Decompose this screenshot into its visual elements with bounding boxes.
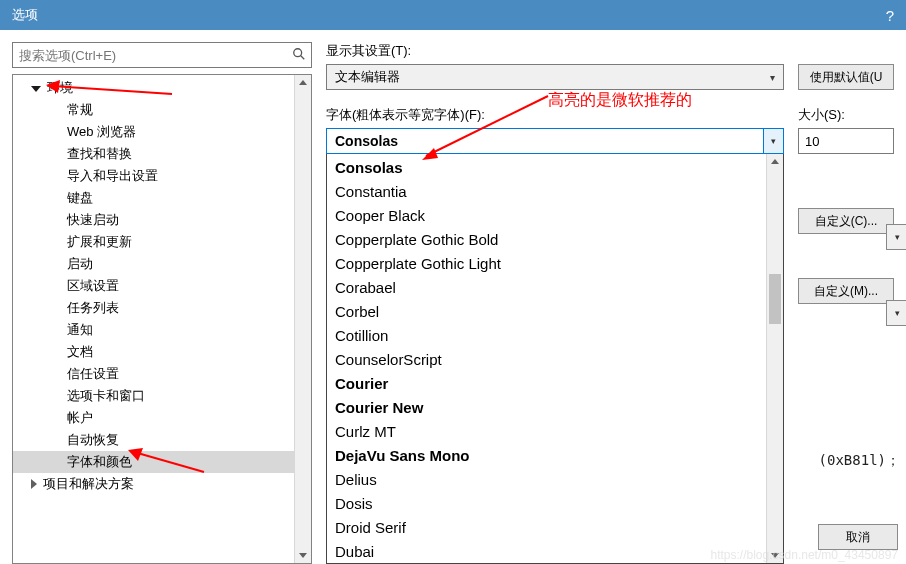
font-option[interactable]: CounselorScript [327,348,783,372]
font-label: 字体(粗体表示等宽字体)(F): [326,106,784,124]
font-option[interactable]: Copperplate Gothic Bold [327,228,783,252]
middle-column: 显示其设置(T): 文本编辑器 ▾ 字体(粗体表示等宽字体)(F): Conso… [326,42,784,564]
right-column: 显示其设置(T): 文本编辑器 ▾ 字体(粗体表示等宽字体)(F): Conso… [326,42,894,564]
tree-item[interactable]: 选项卡和窗口 [13,385,311,407]
chevron-down-icon [31,86,41,92]
tree-item[interactable]: 导入和导出设置 [13,165,311,187]
font-combo-button[interactable]: ▾ [763,129,783,153]
show-settings-label: 显示其设置(T): [326,42,784,60]
custom-c-button[interactable]: 自定义(C)... [798,208,894,234]
font-combo[interactable]: Consolas ▾ [326,128,784,154]
tree-item[interactable]: 通知 [13,319,311,341]
font-selected: Consolas [335,133,398,149]
font-option[interactable]: Cotillion [327,324,783,348]
tree-scrollbar[interactable] [294,75,311,563]
options-tree[interactable]: 环境 常规Web 浏览器查找和替换导入和导出设置键盘快速启动扩展和更新启动区域设… [12,74,312,564]
titlebar: 选项 ? [0,0,906,30]
window-title: 选项 [12,6,38,24]
font-option[interactable]: Courier New [327,396,783,420]
cancel-button[interactable]: 取消 [818,524,898,550]
search-wrap [12,42,312,68]
show-settings-combo[interactable]: 文本编辑器 ▾ [326,64,784,90]
use-defaults-button[interactable]: 使用默认值(U [798,64,894,90]
font-option[interactable]: DejaVu Sans Mono [327,444,783,468]
size-label: 大小(S): [798,106,894,124]
sample-code-text: (0xB81l)； [817,450,902,472]
tree-node-label: 项目和解决方案 [43,473,134,495]
font-option[interactable]: Consolas [327,156,783,180]
tree-item[interactable]: 字体和颜色 [13,451,311,473]
search-input[interactable] [12,42,312,68]
font-dropdown[interactable]: ConsolasConstantiaCooper BlackCopperplat… [326,154,784,564]
font-option[interactable]: Corbel [327,300,783,324]
tree-item[interactable]: 文档 [13,341,311,363]
font-option[interactable]: Cooper Black [327,204,783,228]
tree-item[interactable]: 帐户 [13,407,311,429]
help-icon[interactable]: ? [886,7,894,24]
dropdown-scrollbar[interactable] [766,154,783,563]
tree-node-projects[interactable]: 项目和解决方案 [13,473,311,495]
tree-item[interactable]: Web 浏览器 [13,121,311,143]
combo-value: 文本编辑器 [335,68,400,86]
custom-m-button[interactable]: 自定义(M)... [798,278,894,304]
tree-item[interactable]: 信任设置 [13,363,311,385]
font-option[interactable]: Curlz MT [327,420,783,444]
chevron-down-icon: ▾ [770,72,775,83]
tree-item[interactable]: 启动 [13,253,311,275]
font-option[interactable]: Corabael [327,276,783,300]
font-option[interactable]: Dosis [327,492,783,516]
tree-item[interactable]: 快速启动 [13,209,311,231]
hidden-combo-1[interactable]: ▾ [886,224,906,250]
font-option[interactable]: Droid Serif [327,516,783,540]
font-option[interactable]: Constantia [327,180,783,204]
font-option[interactable]: Delius [327,468,783,492]
left-column: 环境 常规Web 浏览器查找和替换导入和导出设置键盘快速启动扩展和更新启动区域设… [12,42,312,564]
size-input[interactable] [798,128,894,154]
tree-item[interactable]: 自动恢复 [13,429,311,451]
font-option[interactable]: Copperplate Gothic Light [327,252,783,276]
main-area: 环境 常规Web 浏览器查找和替换导入和导出设置键盘快速启动扩展和更新启动区域设… [0,30,906,564]
tree-item[interactable]: 查找和替换 [13,143,311,165]
scrollbar-thumb[interactable] [769,274,781,324]
tree-node-environment[interactable]: 环境 [13,77,311,99]
chevron-right-icon [31,479,37,489]
far-right-column: 使用默认值(U 大小(S): 自定义(C)... 自定义(M)... [798,42,894,564]
tree-node-label: 环境 [47,77,73,99]
font-option[interactable]: Courier [327,372,783,396]
hidden-combo-2[interactable]: ▾ [886,300,906,326]
tree-item[interactable]: 键盘 [13,187,311,209]
watermark: https://blog.csdn.net/m0_43450897 [711,548,898,562]
tree-item[interactable]: 任务列表 [13,297,311,319]
tree-item[interactable]: 常规 [13,99,311,121]
tree-item[interactable]: 区域设置 [13,275,311,297]
tree-item[interactable]: 扩展和更新 [13,231,311,253]
